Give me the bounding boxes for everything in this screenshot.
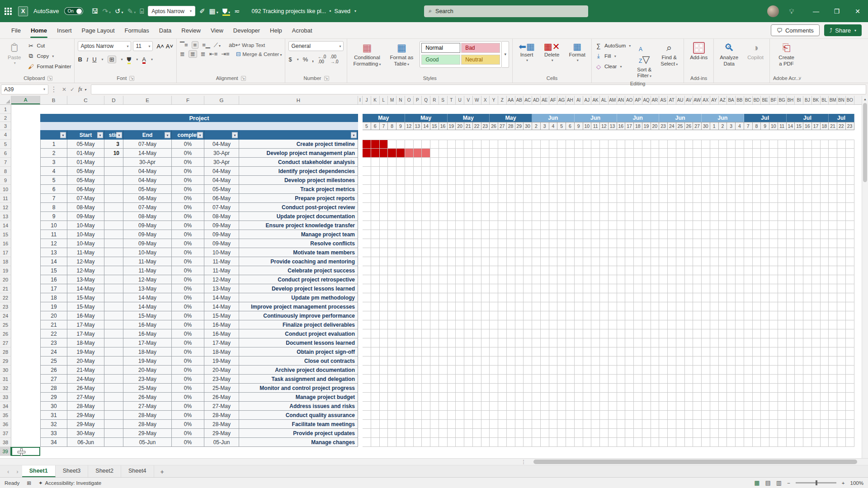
column-header-AG[interactable]: AG [557,96,566,104]
gantt-cell[interactable] [795,239,803,248]
gantt-cell[interactable] [778,402,787,411]
gantt-cell[interactable] [388,185,396,194]
gantt-cell[interactable] [557,176,566,185]
gantt-cell[interactable] [744,311,753,320]
gantt-day-header[interactable]: 8 [753,122,761,130]
gantt-cell[interactable] [430,230,439,239]
gantt-cell[interactable] [473,293,481,302]
gantt-cell[interactable] [719,212,727,221]
gantt-cell[interactable] [507,212,515,221]
gantt-cell[interactable] [744,393,753,402]
gantt-cell[interactable] [515,393,524,402]
gantt-cell[interactable] [498,275,507,284]
gantt-cell[interactable] [396,393,405,402]
cell-D34[interactable] [104,402,123,411]
gantt-cell[interactable] [829,221,837,230]
gantt-cell[interactable] [668,203,676,212]
gantt-cell[interactable] [625,203,634,212]
gantt-cell[interactable] [609,293,617,302]
gantt-cell[interactable] [744,366,753,375]
gantt-cell[interactable] [473,320,481,329]
cell-E32[interactable]: 25-May [123,384,172,393]
gantt-cell[interactable] [625,176,634,185]
gantt-cell[interactable] [583,140,592,149]
gantt-cell[interactable] [507,366,515,375]
menu-tab-view[interactable]: View [206,23,228,38]
cell-B20[interactable]: 16 [40,275,67,284]
gantt-cell[interactable] [439,284,448,293]
gantt-cell[interactable] [676,203,685,212]
gantt-cell[interactable] [405,375,414,384]
cell-F7[interactable]: 0% [172,158,204,167]
gantt-cell[interactable] [591,185,600,194]
gantt-cell[interactable] [719,230,727,239]
gantt-cell[interactable] [575,420,583,429]
column-header-AM[interactable]: AM [609,96,617,104]
gantt-cell[interactable] [566,212,575,221]
clipboard-dialog-launcher[interactable]: ↘ [47,76,52,81]
gantt-cell[interactable] [668,248,676,257]
gantt-cell[interactable] [575,140,583,149]
quick-font-name-box[interactable]: Aptos Narrow▾ [148,6,195,16]
gantt-cell[interactable] [829,149,837,158]
copy-button[interactable]: ⧉Copy▾ [27,52,71,61]
gantt-cell[interactable] [719,203,727,212]
gantt-cell[interactable] [634,257,642,266]
gantt-cell[interactable] [507,203,515,212]
gantt-cell[interactable] [821,248,829,257]
gantt-cell[interactable] [380,411,388,420]
column-header-BI[interactable]: BI [795,96,803,104]
gantt-cell[interactable] [541,338,549,347]
gantt-cell[interactable] [414,230,422,239]
cell-F5[interactable]: 0% [172,140,204,149]
font-color-button[interactable]: A [142,56,146,63]
gantt-cell[interactable] [600,257,609,266]
gantt-cell[interactable] [753,329,761,338]
gantt-cell[interactable] [761,194,769,203]
gantt-cell[interactable] [753,185,761,194]
gantt-cell[interactable] [812,221,821,230]
gantt-cell[interactable] [439,366,448,375]
gantt-cell[interactable] [507,311,515,320]
gantt-cell[interactable] [464,140,473,149]
cell-D24[interactable] [104,311,123,320]
camera-icon[interactable]: ⌻ [140,8,144,14]
gantt-cell[interactable] [414,311,422,320]
gantt-cell[interactable] [583,384,592,393]
gantt-cell[interactable] [430,329,439,338]
gantt-day-header[interactable]: 2 [532,122,541,130]
gantt-cell[interactable] [744,357,753,366]
gantt-cell[interactable] [642,257,651,266]
gantt-bar-cell[interactable] [363,149,371,158]
gantt-cell[interactable] [591,293,600,302]
gantt-cell[interactable] [609,194,617,203]
gantt-cell[interactable] [439,347,448,357]
gantt-cell[interactable] [532,347,541,357]
gantt-cell[interactable] [719,438,727,447]
gantt-cell[interactable] [363,230,371,239]
gantt-cell[interactable] [685,203,693,212]
gantt-cell[interactable] [600,248,609,257]
gantt-cell[interactable] [719,357,727,366]
gantt-cell[interactable] [566,411,575,420]
gantt-cell[interactable] [693,438,702,447]
gantt-cell[interactable] [685,357,693,366]
gantt-cell[interactable] [439,402,448,411]
cell-C12[interactable]: 08-May [67,203,104,212]
gantt-cell[interactable] [549,230,558,239]
cell-I27[interactable] [358,338,363,347]
gantt-cell[interactable] [719,384,727,393]
gantt-cell[interactable] [676,149,685,158]
gantt-cell[interactable] [685,176,693,185]
cell-G29[interactable]: 19-May [204,357,239,366]
cell-C7[interactable]: 01-May [67,158,104,167]
gantt-cell[interactable] [566,311,575,320]
gantt-cell[interactable] [659,366,668,375]
gantt-cell[interactable] [473,429,481,438]
cell-D25[interactable] [104,320,123,329]
gantt-day-header[interactable]: 12 [405,122,414,130]
gantt-cell[interactable] [439,203,448,212]
gantt-cell[interactable] [634,293,642,302]
gantt-cell[interactable] [490,429,498,438]
gantt-cell[interactable] [541,411,549,420]
